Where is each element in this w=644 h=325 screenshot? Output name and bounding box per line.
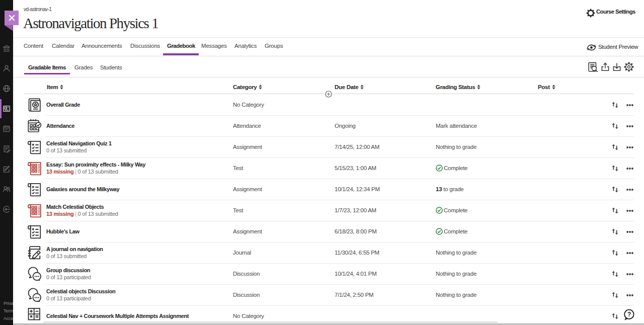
- svg-text:?: ?: [627, 311, 631, 318]
